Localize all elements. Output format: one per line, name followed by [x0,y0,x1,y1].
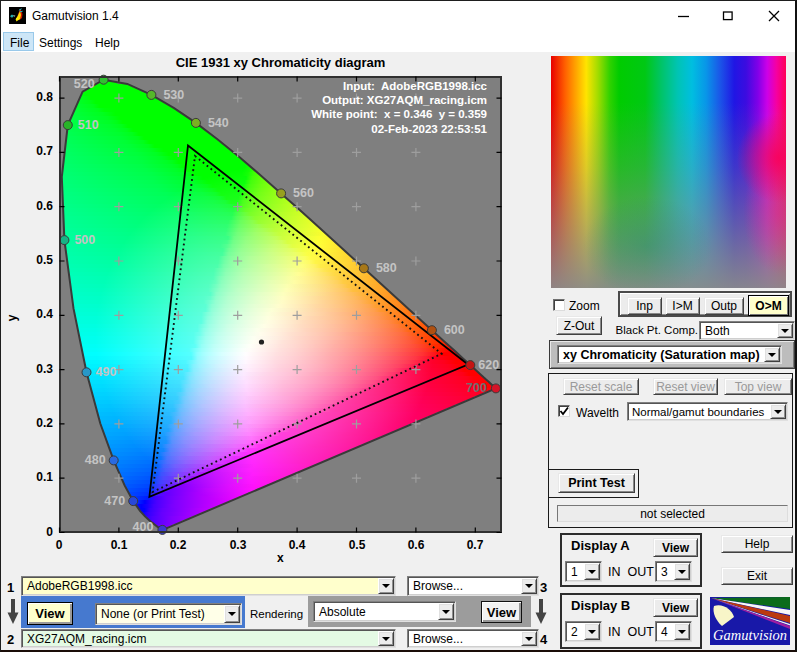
svg-text:600: 600 [444,323,465,337]
svg-text:470: 470 [104,494,125,508]
svg-text:700: 700 [466,381,487,395]
svg-text:490: 490 [96,365,117,379]
svg-text:620: 620 [478,358,499,372]
svg-text:580: 580 [376,261,397,275]
svg-text:500: 500 [74,233,95,247]
svg-text:510: 510 [78,118,99,132]
svg-text:560: 560 [293,186,314,200]
svg-text:480: 480 [85,453,106,467]
svg-text:Gamutvision: Gamutvision [713,627,787,643]
svg-text:520: 520 [74,77,95,91]
svg-text:530: 530 [163,88,184,102]
